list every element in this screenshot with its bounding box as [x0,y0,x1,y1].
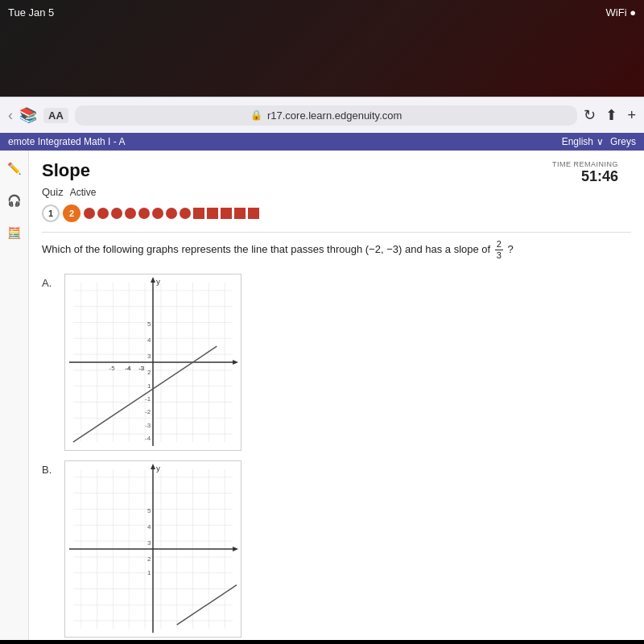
graph-a-svg: y 5 4 3 2 1 -1 -2 -3 -4 -5 -4 [65,275,241,450]
timer-value: 51:46 [552,168,618,185]
user-label: Greys [610,136,636,147]
browser-share-button[interactable]: ⬆ [605,106,617,124]
fraction-numerator: 2 [495,239,503,250]
svg-marker-63 [233,547,238,551]
red-dots-decoration [84,208,259,219]
svg-text:-4: -4 [125,365,131,372]
svg-text:-4: -4 [145,435,151,442]
content-divider [42,232,631,233]
timer-section: TIME REMAINING 51:46 [552,160,618,185]
status-wifi: WiFi ● [606,6,636,19]
question-pills: 1 2 [42,204,631,222]
svg-text:1: 1 [147,382,151,390]
browser-chrome: ‹ 📚 AA 🔒 r17.core.learn.edgenuity.com ↻ … [0,97,644,133]
svg-text:-3: -3 [145,423,151,430]
red-dot-2 [97,208,109,219]
fraction-denominator: 3 [495,250,503,261]
left-sidebar: ✏️ 🎧 🧮 [0,151,29,640]
svg-text:y: y [156,277,160,286]
sidebar-headphones-icon[interactable]: 🎧 [5,191,24,210]
quiz-content-area: Slope Quiz Active 1 2 [29,151,644,640]
content-layout: ✏️ 🎧 🧮 Slope Quiz Active 1 2 [0,151,644,640]
top-background: Tue Jan 5 WiFi ● [0,0,644,97]
answer-option-a[interactable]: A. [42,274,631,451]
svg-text:-2: -2 [145,409,151,416]
svg-text:2: 2 [147,555,151,563]
timer-label: TIME REMAINING [552,160,618,168]
red-dot-8 [180,208,191,219]
browser-toolbar: ‹ 📚 AA 🔒 r17.core.learn.edgenuity.com ↻ … [0,97,644,133]
answer-option-b[interactable]: B. [42,460,631,638]
question-text-main: Which of the following graphs represents… [42,243,490,255]
red-dot-5 [138,208,150,219]
course-tab-bar: emote Integrated Math I - A English ∨ Gr… [0,133,644,151]
course-tab-label: emote Integrated Math I - A [8,136,125,147]
red-square-3 [221,208,232,219]
svg-text:2: 2 [147,369,151,376]
red-dot-7 [166,208,177,219]
sidebar-pencil-icon[interactable]: ✏️ [5,159,24,178]
sidebar-calculator-icon[interactable]: 🧮 [5,223,24,242]
svg-text:3: 3 [147,353,151,360]
svg-text:4: 4 [147,337,151,345]
red-dot-1 [84,208,95,219]
browser-newtab-button[interactable]: + [627,107,636,124]
svg-marker-62 [151,464,155,469]
main-content: ✏️ 🎧 🧮 Slope Quiz Active 1 2 [0,151,644,640]
svg-marker-22 [151,277,155,283]
quiz-status-badge: Active [70,187,97,198]
red-dot-4 [125,208,136,219]
fraction: 2 3 [495,239,503,261]
red-square-5 [248,208,259,219]
question-mark: ? [508,243,514,255]
graph-b[interactable]: y 5 4 3 2 1 [64,460,242,638]
browser-back-button[interactable]: ‹ [8,107,13,124]
quiz-title: Slope [42,160,631,181]
red-dot-6 [152,208,163,219]
language-label: English [562,136,593,147]
svg-marker-23 [233,360,238,365]
browser-refresh-button[interactable]: ↻ [584,106,596,124]
svg-text:5: 5 [147,321,151,328]
browser-actions: ↻ ⬆ + [584,106,636,124]
svg-text:y: y [156,464,160,473]
svg-text:5: 5 [147,508,151,515]
svg-text:-3: -3 [138,365,145,372]
status-bar: Tue Jan 5 WiFi ● [8,6,636,19]
status-date: Tue Jan 5 [8,6,54,19]
option-a-label: A. [42,277,58,289]
svg-text:1: 1 [147,569,151,576]
svg-text:-5: -5 [109,365,116,372]
browser-book-icon[interactable]: 📚 [19,106,37,124]
svg-text:-1: -1 [145,395,151,402]
browser-aa-button[interactable]: AA [43,108,68,123]
chevron-down-icon: ∨ [597,136,604,147]
graph-b-svg: y 5 4 3 2 1 [65,461,241,637]
red-dot-3 [111,208,122,219]
quiz-header-row: Slope Quiz Active 1 2 [42,160,631,222]
red-square-2 [207,208,218,219]
svg-text:4: 4 [147,524,151,531]
quiz-type-label: Quiz [42,186,64,198]
lock-icon: 🔒 [250,109,262,121]
language-selector[interactable]: English ∨ [562,136,604,147]
svg-text:3: 3 [147,539,151,547]
red-square-1 [193,208,204,219]
browser-url-text: r17.core.learn.edgenuity.com [267,109,402,122]
browser-url-bar[interactable]: 🔒 r17.core.learn.edgenuity.com [75,105,578,126]
quiz-meta: Quiz Active [42,186,631,198]
red-square-4 [234,208,246,219]
question-pill-1[interactable]: 1 [42,204,60,222]
question-text: Which of the following graphs represents… [42,239,631,261]
question-pill-2[interactable]: 2 [63,204,80,222]
graph-a[interactable]: y 5 4 3 2 1 -1 -2 -3 -4 -5 -4 [64,274,242,451]
tab-right-section: English ∨ Greys [562,136,636,147]
option-b-label: B. [42,464,58,476]
